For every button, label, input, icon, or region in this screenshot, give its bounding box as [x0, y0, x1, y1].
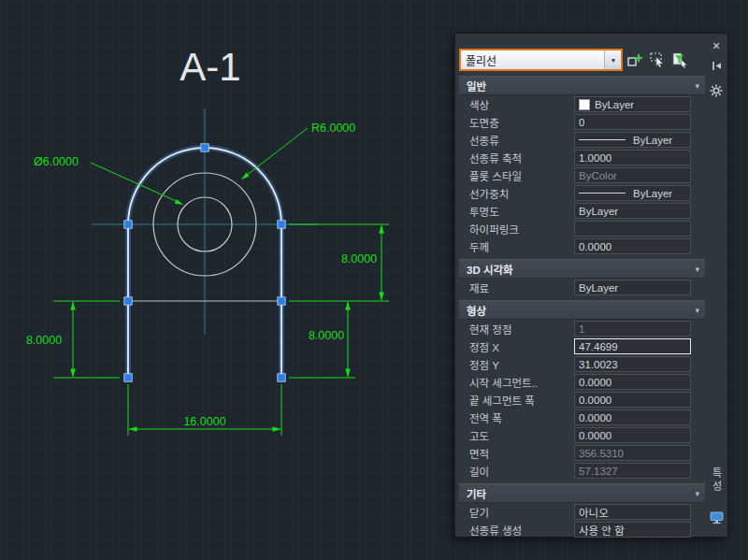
property-label: 색상 [459, 97, 574, 112]
linetype-value-cell[interactable]: ByLayer [574, 132, 691, 148]
property-row: 끝 세그먼트 폭 0.0000 [459, 391, 705, 409]
value-text: 0.0000 [579, 377, 611, 388]
grip-handle[interactable] [278, 221, 285, 228]
quick-select-button[interactable] [669, 50, 690, 71]
hyperlink-value-cell[interactable] [574, 221, 691, 237]
property-label: 두께 [459, 239, 574, 254]
property-row: 두께 0.0000 [459, 237, 705, 255]
display-monitor-icon[interactable] [710, 511, 724, 528]
grip-handle[interactable] [124, 221, 132, 228]
radius-label: R6.0000 [311, 122, 355, 135]
settings-gear-icon[interactable] [710, 84, 723, 101]
start-segment-width-value-cell[interactable]: 0.0000 [574, 374, 691, 390]
grip-handle[interactable] [124, 297, 132, 305]
arrowhead-icon [379, 225, 384, 234]
linetype-scale-value-cell[interactable]: 1.0000 [574, 150, 691, 165]
grip-handle[interactable] [124, 374, 132, 381]
select-objects-button[interactable] [646, 50, 668, 71]
value-text: ByLayer [595, 99, 634, 110]
grip-handle[interactable] [201, 144, 209, 151]
property-label: 하이퍼링크 [459, 222, 574, 237]
linetype-generation-value-cell[interactable]: 사용 안 함 [574, 522, 691, 538]
property-label: 투명도 [459, 204, 574, 219]
section-header-geometry[interactable]: 형상 ▾ [459, 300, 705, 320]
end-segment-width-value-cell[interactable]: 0.0000 [574, 392, 691, 408]
dimension-left[interactable]: 8.0000 [26, 301, 120, 378]
drawing-title: A-1 [180, 45, 240, 89]
value-text: 57.1327 [579, 466, 618, 477]
color-swatch [579, 99, 590, 110]
grip-handle[interactable] [278, 374, 285, 381]
section-title: 일반 [467, 79, 486, 93]
chevron-down-icon: ▾ [695, 81, 699, 91]
value-text: ByColor [579, 170, 617, 181]
property-row: 투명도 ByLayer [459, 202, 705, 220]
property-row: 면적 356.5310 [459, 444, 705, 462]
color-value-cell[interactable]: ByLayer [574, 96, 691, 112]
area-value-cell: 356.5310 [574, 445, 691, 461]
grip-handle[interactable] [278, 297, 285, 305]
arrowhead-icon [70, 369, 76, 378]
value-text: 31.0023 [579, 359, 618, 370]
palette-titlebar: × 특성 [705, 34, 727, 537]
property-row: 고도 0.0000 [459, 426, 705, 444]
value-text: ByLayer [633, 135, 672, 146]
arrowhead-icon [175, 199, 183, 205]
dimension-right-lower[interactable]: 8.0000 [289, 302, 355, 378]
dimension-text: 8.0000 [309, 329, 344, 342]
dimension-text: 8.0000 [26, 334, 62, 347]
section-header-3d-visualization[interactable]: 3D 시각화 ▾ [459, 259, 705, 279]
property-row: 현재 정점 1 [459, 320, 705, 337]
arrowhead-icon [345, 369, 351, 378]
global-width-value-cell[interactable]: 0.0000 [574, 409, 691, 425]
elevation-value-cell[interactable]: 0.0000 [574, 427, 691, 443]
property-label: 고도 [459, 428, 574, 443]
property-row: 도면층 0 [459, 113, 705, 131]
property-label: 플롯 스타일 [459, 168, 574, 183]
layer-value-cell[interactable]: 0 [574, 114, 691, 130]
toggle-pickadd-button[interactable] [624, 50, 645, 71]
arrowhead-icon [379, 293, 384, 301]
diameter-label: Ø6.0000 [34, 155, 79, 168]
close-icon[interactable]: × [712, 39, 720, 52]
value-text: 0.0000 [579, 430, 611, 441]
vertex-y-value-cell[interactable]: 31.0023 [574, 356, 691, 372]
material-value-cell[interactable]: ByLayer [574, 280, 691, 295]
property-label: 선가중치 [459, 186, 574, 201]
object-type-selector[interactable]: 폴리선 ▼ [459, 49, 623, 71]
property-label: 선종류 축척 [459, 151, 574, 165]
property-row: 선종류 ByLayer [459, 131, 705, 149]
value-text: 356.5310 [579, 448, 624, 459]
lineweight-value-cell[interactable]: ByLayer [574, 185, 691, 201]
property-row: 선종류 생성 사용 안 함 [459, 521, 705, 538]
property-row: 재료 ByLayer [459, 279, 705, 296]
property-row: 플롯 스타일 ByColor [459, 166, 705, 184]
property-row: 선가중치 ByLayer [459, 184, 705, 202]
dimension-bottom[interactable]: 16.0000 [128, 384, 281, 436]
thickness-value-cell[interactable]: 0.0000 [574, 238, 691, 254]
property-row: 시작 세그먼트.. 0.0000 [459, 373, 705, 391]
property-row: 색상 ByLayer [459, 95, 705, 113]
section-header-misc[interactable]: 기타 ▾ [459, 483, 705, 503]
leader-line [246, 128, 308, 176]
property-row: 길이 57.1327 [459, 462, 705, 480]
vertex-x-value-cell[interactable]: 47.4699 [574, 338, 691, 354]
value-text: 0.0000 [579, 395, 611, 406]
select-objects-icon [649, 51, 666, 68]
dimension-right-upper[interactable]: 8.0000 [289, 224, 389, 301]
section-title: 기타 [467, 486, 486, 501]
closed-value-cell[interactable]: 아니오 [574, 504, 691, 520]
section-header-general[interactable]: 일반 ▾ [459, 76, 705, 95]
property-row: 전역 폭 0.0000 [459, 409, 705, 426]
value-text: 1.0000 [579, 152, 611, 164]
combo-dropdown-button[interactable]: ▼ [604, 50, 621, 69]
property-row: 하이퍼링크 [459, 220, 705, 237]
auto-hide-pin-icon[interactable] [711, 59, 723, 76]
property-label: 현재 정점 [459, 322, 574, 337]
section-title: 3D 시각화 [467, 262, 513, 277]
property-label: 끝 세그먼트 폭 [459, 393, 574, 408]
chevron-down-icon: ▼ [610, 56, 615, 63]
current-vertex-value-cell[interactable]: 1 [574, 321, 691, 337]
property-list: 일반 ▾ 색상 ByLayer 도면층 0 선종류 ByLayer 선종류 축척… [459, 76, 705, 538]
transparency-value-cell[interactable]: ByLayer [574, 203, 691, 219]
